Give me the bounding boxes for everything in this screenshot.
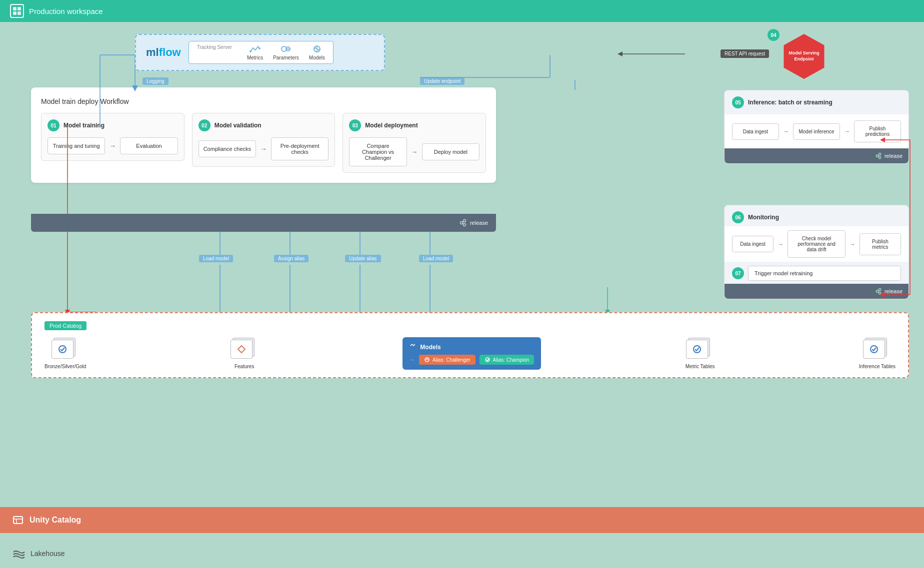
svg-rect-0 xyxy=(13,7,16,10)
monitoring-arrow-1: → xyxy=(778,241,784,248)
step-05-num: 05 xyxy=(732,96,744,108)
svg-rect-32 xyxy=(14,517,22,524)
step-01-section: 01 Model training Training and tuning → … xyxy=(41,113,184,161)
inference-tables-item: Inference Tables xyxy=(859,338,896,369)
svg-rect-3 xyxy=(18,11,21,15)
lakehouse-icon xyxy=(12,548,26,559)
load-model-badge-2: Load model xyxy=(419,255,453,262)
arrow-2: → xyxy=(260,145,267,153)
logging-badge: Logging xyxy=(142,77,168,85)
inference-arrow-1: → xyxy=(783,128,789,135)
workflow-release-bar: release xyxy=(31,214,496,232)
svg-line-25 xyxy=(878,290,878,291)
prod-catalog-box: Prod Catalog Bronze/Silver/Gold Features xyxy=(31,312,909,378)
step-04-num: 04 xyxy=(768,29,780,41)
svg-point-5 xyxy=(258,47,260,49)
rest-api-badge: REST API request xyxy=(720,49,769,58)
svg-point-12 xyxy=(460,222,462,224)
unity-catalog-title: Unity Catalog xyxy=(30,516,81,525)
parameters-item: Parameters xyxy=(273,44,299,60)
update-alias-badge: Update alias xyxy=(345,255,381,262)
metrics-item: Metrics xyxy=(247,44,263,60)
features-item: Features xyxy=(230,338,258,369)
compliance-checks-box: Compliance checks xyxy=(198,140,256,157)
inference-data-ingest: Data ingest xyxy=(732,123,779,140)
training-tuning-box: Training and tuning xyxy=(48,137,105,154)
inference-release-text: release xyxy=(884,153,902,159)
monitoring-title: Monitoring xyxy=(748,214,779,221)
svg-rect-1 xyxy=(18,7,21,10)
svg-line-15 xyxy=(462,221,464,222)
models-catalog-box: Models → Alias: Challenger Alias: Champi… xyxy=(402,337,541,370)
pre-deployment-box: Pre-deployment checks xyxy=(271,137,328,160)
step-03-title: Model deployment xyxy=(365,122,418,129)
svg-point-4 xyxy=(250,50,252,52)
svg-marker-52 xyxy=(618,51,622,56)
svg-point-22 xyxy=(876,290,878,292)
monitoring-release-text: release xyxy=(884,288,902,294)
metric-tables-item: Metric Tables xyxy=(686,338,715,369)
workflow-release-text: release xyxy=(470,220,488,226)
svg-point-30 xyxy=(694,346,700,353)
arrow-3: → xyxy=(411,148,418,156)
deploy-model-box: Deploy model xyxy=(422,143,480,160)
prod-catalog-label: Prod Catalog xyxy=(44,321,86,330)
inference-title: Inference: batch or streaming xyxy=(748,99,832,106)
step-06-num: 06 xyxy=(732,211,744,223)
release-icon-1 xyxy=(459,219,467,227)
models-tracking-item: Models xyxy=(309,44,325,60)
compare-box: Compare Champion vs Challenger xyxy=(349,137,406,166)
inference-publish-predictions: Publish predictions xyxy=(854,120,901,142)
arrow-1: → xyxy=(109,142,116,150)
evaluation-box: Evaluation xyxy=(120,137,178,154)
inference-release-icon xyxy=(875,152,882,159)
step-01-num: 01 xyxy=(48,119,60,131)
workflow-title: Model train deploy Workflow xyxy=(41,97,486,105)
step-03-num: 03 xyxy=(349,119,361,131)
mlflow-logo: mlflow xyxy=(146,46,181,59)
inference-model-inference: Model inference xyxy=(793,123,840,140)
monitoring-panel: 06 Monitoring Data ingest → Check model … xyxy=(724,205,909,299)
lakehouse-area: Lakehouse xyxy=(12,548,65,559)
svg-rect-2 xyxy=(13,11,16,15)
workflow-box: Model train deploy Workflow 01 Model tra… xyxy=(31,87,496,183)
mlflow-box: mlflow Tracking Server Metrics Parameter… xyxy=(135,34,385,71)
assign-alias-badge: Assign alias xyxy=(274,255,308,262)
top-header: Production workspace xyxy=(0,0,924,22)
step-07-num: 07 xyxy=(732,267,744,279)
lakehouse-title: Lakehouse xyxy=(30,550,65,558)
monitoring-check-drift: Check model performance and data drift xyxy=(788,230,846,258)
monitoring-arrow-2: → xyxy=(850,241,856,248)
svg-line-20 xyxy=(878,154,878,155)
svg-point-17 xyxy=(876,155,878,157)
trigger-retraining-box: Trigger model retraining xyxy=(748,266,901,281)
monitoring-data-ingest: Data ingest xyxy=(732,236,774,252)
step-02-title: Model validation xyxy=(214,122,262,129)
unity-catalog-icon xyxy=(12,515,24,526)
unity-catalog-bar: Unity Catalog xyxy=(0,507,924,533)
step-02-num: 02 xyxy=(198,119,210,131)
inference-panel: 05 Inference: batch or streaming Data in… xyxy=(724,90,909,164)
load-model-badge-1: Load model xyxy=(199,255,233,262)
svg-point-27 xyxy=(59,346,66,353)
monitoring-publish-metrics: Publish metrics xyxy=(860,233,901,255)
svg-line-26 xyxy=(878,292,878,293)
svg-line-16 xyxy=(462,223,464,224)
page-title: Production workspace xyxy=(29,7,103,15)
bronze-silver-gold-item: Bronze/Silver/Gold xyxy=(44,338,86,369)
app-icon xyxy=(10,4,24,18)
svg-point-31 xyxy=(870,346,878,353)
monitoring-release-icon xyxy=(875,288,882,295)
step-03-section: 03 Model deployment Compare Champion vs … xyxy=(342,113,486,173)
update-endpoint-badge: Update endpoint xyxy=(420,77,464,85)
step-01-title: Model training xyxy=(64,122,104,129)
inference-arrow-2: → xyxy=(844,128,850,135)
model-serving-endpoint: Model Serving Endpoint xyxy=(782,34,826,79)
endpoint-area: 04 Model Serving Endpoint xyxy=(782,34,826,79)
svg-line-21 xyxy=(878,156,878,157)
step-02-section: 02 Model validation Compliance checks → … xyxy=(192,113,336,167)
